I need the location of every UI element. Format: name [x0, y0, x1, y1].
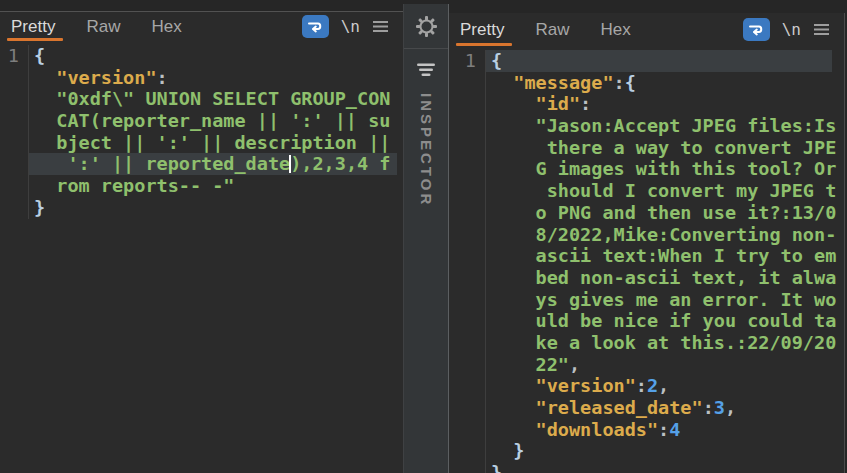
code-line[interactable]: }: [29, 197, 397, 219]
code-token-key: "id": [491, 93, 580, 114]
code-token-key: "released_date": [491, 397, 703, 418]
code-line[interactable]: bject || ':' || description ||: [29, 132, 397, 154]
inspector-collapse-button[interactable]: [416, 63, 436, 77]
word-wrap-toggle-button[interactable]: [743, 18, 770, 41]
code-token-pun: :: [614, 72, 625, 93]
code-line[interactable]: bed non-ascii text, it alwa: [486, 267, 832, 289]
word-wrap-toggle-button[interactable]: [302, 15, 329, 38]
code-line[interactable]: }: [486, 462, 832, 473]
code-line[interactable]: uld be nice if you could ta: [486, 310, 832, 332]
code-token-str: ke a look at this.:22/09/20: [491, 332, 836, 353]
code-line[interactable]: {: [29, 45, 397, 67]
tab-pretty[interactable]: Pretty: [9, 12, 57, 41]
code-token-str: "0xdf\" UNION SELECT GROUP_CON: [34, 88, 390, 109]
code-token-str: ':' || reported_date: [34, 153, 290, 174]
code-token-brace: }: [491, 440, 524, 461]
code-line[interactable]: ke a look at this.:22/09/20: [486, 332, 832, 354]
code-token-num: 3: [714, 397, 725, 418]
code-line[interactable]: 22",: [486, 354, 832, 376]
code-token-pun: :: [703, 397, 714, 418]
code-line[interactable]: should I convert my JPEG t: [486, 180, 832, 202]
code-line[interactable]: 8/2022,Mike:Converting non-: [486, 224, 832, 246]
line-number-gutter: 1: [457, 50, 486, 473]
code-token-str: ),2,3,4 f: [290, 153, 390, 174]
request-panel: Pretty Raw Hex \n 1 { "v: [0, 11, 403, 473]
code-line[interactable]: there a way to convert JPE: [486, 137, 832, 159]
code-token-str: should I convert my JPEG t: [491, 180, 836, 201]
code-line[interactable]: ascii text:When I try to em: [486, 245, 832, 267]
code-token-pun: :: [658, 419, 669, 440]
tab-hex[interactable]: Hex: [598, 13, 632, 46]
code-line[interactable]: {: [486, 50, 832, 72]
code-token-pun: :: [636, 375, 647, 396]
code-token-num: 2: [647, 375, 658, 396]
code-line[interactable]: "downloads":4: [486, 419, 832, 441]
message-editor-split-view: Pretty Raw Hex \n 1 { "v: [0, 0, 847, 473]
code-line[interactable]: "Jason:Accept JPEG files:Is: [486, 115, 832, 137]
show-newlines-button[interactable]: \n: [782, 20, 801, 39]
code-token-str: ascii text:When I try to em: [491, 245, 836, 266]
code-token-str: rom reports-- -": [34, 175, 234, 196]
show-newlines-button[interactable]: \n: [341, 17, 360, 36]
code-token-brace: }: [491, 462, 502, 473]
code-token-str: 8/2022,Mike:Converting non-: [491, 224, 836, 245]
response-code-editor: 1 { "message":{ "id": "Jason:Accept JPEG…: [449, 50, 844, 473]
code-token-pun: ,: [658, 375, 669, 396]
editor-menu-button[interactable]: [372, 20, 389, 33]
editor-toolbar: \n: [302, 12, 403, 41]
code-line[interactable]: "id":: [486, 93, 832, 115]
code-line[interactable]: ys gives me an error. It wo: [486, 289, 832, 311]
code-token-brace: {: [491, 50, 502, 71]
left-code-lines[interactable]: { "version": "0xdf\" UNION SELECT GROUP_…: [29, 45, 397, 219]
code-token-str: there a way to convert JPE: [491, 137, 836, 158]
code-line[interactable]: ':' || reported_date),2,3,4 f: [29, 153, 397, 175]
code-line[interactable]: G images with this tool? Or: [486, 158, 832, 180]
response-tabbar: Pretty Raw Hex \n: [449, 13, 844, 46]
code-token-str: bject || ':' || description ||: [34, 132, 390, 153]
request-code-editor: 1 { "version": "0xdf\" UNION SELECT GROU…: [0, 45, 403, 219]
code-token-pun: :: [157, 67, 168, 88]
code-token-key: "message": [491, 72, 614, 93]
editor-menu-button[interactable]: [813, 23, 830, 36]
editor-settings-button[interactable]: [415, 15, 438, 38]
tab-pretty[interactable]: Pretty: [458, 13, 506, 46]
right-code-lines[interactable]: { "message":{ "id": "Jason:Accept JPEG f…: [486, 50, 832, 473]
code-token-str: o PNG and then use it?:13/0: [491, 202, 836, 223]
code-token-pun: :: [580, 93, 591, 114]
word-wrap-icon: [307, 19, 324, 34]
hamburger-menu-icon: [372, 20, 389, 33]
editor-toolbar: \n: [743, 13, 844, 46]
line-number-gutter: 1: [0, 45, 29, 219]
gear-icon: [415, 15, 438, 38]
code-token-key: "downloads": [491, 419, 658, 440]
code-token-key: "version": [491, 375, 636, 396]
inspector-strip[interactable]: INSPECTOR: [403, 4, 449, 473]
code-token-pun: ,: [725, 397, 736, 418]
code-line[interactable]: "0xdf\" UNION SELECT GROUP_CON: [29, 88, 397, 110]
code-line[interactable]: CAT(reporter_name || ':' || su: [29, 110, 397, 132]
code-line[interactable]: rom reports-- -": [29, 175, 397, 197]
code-token-str: "Jason:Accept JPEG files:Is: [491, 115, 836, 136]
hamburger-menu-icon: [813, 23, 830, 36]
tab-raw[interactable]: Raw: [84, 12, 122, 41]
strip-divider: [404, 48, 448, 49]
word-wrap-icon: [748, 22, 765, 37]
code-token-str: G images with this tool? Or: [491, 158, 836, 179]
code-token-str: bed non-ascii text, it alwa: [491, 267, 836, 288]
code-line[interactable]: }: [486, 440, 832, 462]
response-panel: Pretty Raw Hex \n 1 { "m: [449, 13, 845, 473]
code-token-str: 22": [491, 354, 569, 375]
code-token-brace: {: [34, 45, 45, 66]
code-line[interactable]: "version":2,: [486, 375, 832, 397]
code-token-pun: ,: [569, 354, 580, 375]
code-token-num: 4: [669, 419, 680, 440]
code-token-key: "version": [34, 67, 157, 88]
request-tabbar: Pretty Raw Hex \n: [0, 12, 403, 41]
code-line[interactable]: o PNG and then use it?:13/0: [486, 202, 832, 224]
code-line[interactable]: "released_date":3,: [486, 397, 832, 419]
tab-raw[interactable]: Raw: [533, 13, 571, 46]
code-token-brace: {: [625, 72, 636, 93]
tab-hex[interactable]: Hex: [149, 12, 183, 41]
code-line[interactable]: "version":: [29, 67, 397, 89]
code-line[interactable]: "message":{: [486, 72, 832, 94]
